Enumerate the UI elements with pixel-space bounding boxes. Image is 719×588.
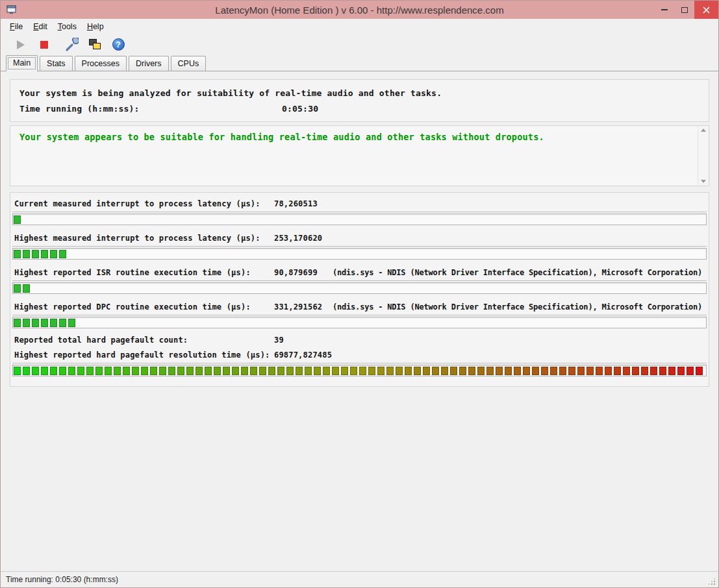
bar-segment [568, 367, 575, 375]
bar-segment [468, 367, 475, 375]
bar-segment [641, 367, 648, 375]
bar-segment [14, 215, 21, 224]
bar-segment [323, 367, 330, 375]
bar-segment [523, 367, 530, 375]
bar-segment [41, 367, 48, 375]
metric-label: Highest reported ISR routine execution t… [14, 268, 274, 277]
bar-segment [168, 367, 175, 375]
bar-segment [368, 367, 375, 375]
window-controls [654, 1, 718, 19]
bar-segment [632, 367, 639, 375]
metric-label: Highest measured interrupt to process la… [14, 234, 274, 243]
pagefault-gradient-bar [12, 365, 707, 376]
bar-segment [386, 367, 394, 375]
tab-stats[interactable]: Stats [40, 56, 73, 71]
bar-segment [277, 367, 284, 375]
tab-drivers[interactable]: Drivers [129, 56, 169, 71]
start-monitor-button[interactable] [9, 36, 32, 54]
metric-label-row: Highest reported ISR routine execution t… [12, 264, 707, 281]
bar-segment [14, 284, 21, 293]
tab-processes[interactable]: Processes [75, 56, 127, 71]
metric-label-row: Reported total hard pagefault count:39 [12, 333, 707, 347]
close-button[interactable] [694, 1, 718, 19]
bar-segment [486, 367, 494, 375]
bar-segment [532, 367, 539, 375]
metric-label-row: Highest measured interrupt to process la… [12, 230, 707, 247]
menu-tools[interactable]: Tools [53, 20, 82, 33]
latency-level-bar [12, 317, 707, 328]
metric-label-row: Current measured interrupt to process la… [12, 195, 707, 212]
analysis-panel: Your system is being analyzed for suitab… [10, 79, 709, 122]
bar-segment [105, 367, 112, 375]
bar-segment [59, 319, 66, 327]
bar-segment [32, 367, 39, 375]
report-panel: Your system appears to be suitable for h… [10, 125, 709, 186]
bar-segment [405, 367, 412, 375]
tab-bar: Main Stats Processes Drivers CPUs [1, 55, 718, 71]
help-button[interactable]: ? [107, 36, 130, 54]
bar-segment [23, 284, 30, 293]
bar-segment [50, 319, 57, 327]
maximize-icon [681, 7, 688, 13]
resize-grip[interactable] [714, 583, 715, 585]
report-scrollbar[interactable] [698, 126, 709, 186]
metric-value: 69877,827485 [274, 350, 333, 360]
bar-segment [23, 250, 30, 258]
metrics-panel: Current measured interrupt to process la… [10, 192, 709, 387]
titlebar[interactable]: LatencyMon (Home Edition ) v 6.00 - http… [1, 1, 718, 19]
metric-row: Highest reported hard pagefault resoluti… [12, 347, 707, 376]
wrench-icon [64, 38, 79, 52]
menu-file[interactable]: File [5, 20, 28, 33]
bar-segment [696, 367, 703, 375]
minimize-button[interactable] [654, 1, 674, 19]
bar-segment [123, 367, 130, 375]
bar-segment [614, 367, 621, 375]
bar-segment [459, 367, 466, 375]
bar-segment [150, 367, 157, 375]
maximize-button[interactable] [674, 1, 694, 19]
scroll-up-icon[interactable] [701, 129, 706, 132]
tab-cpus[interactable]: CPUs [171, 56, 207, 71]
metric-row: Highest reported DPC routine execution t… [12, 299, 707, 328]
bar-segment [668, 367, 675, 375]
bar-segment [232, 367, 239, 375]
tools-options-button[interactable] [60, 36, 83, 54]
menu-help[interactable]: Help [82, 20, 109, 33]
bar-segment [41, 319, 48, 327]
bar-segment [350, 367, 357, 375]
tab-main[interactable]: Main [6, 55, 38, 71]
bar-segment [177, 367, 184, 375]
bar-segment [505, 367, 512, 375]
scroll-down-icon[interactable] [701, 180, 706, 183]
bar-segment [68, 319, 75, 327]
stop-icon [40, 41, 48, 49]
bar-segment [77, 367, 84, 375]
bar-segment [59, 367, 66, 375]
bar-segment [32, 319, 39, 327]
metric-label-row: Highest reported DPC routine execution t… [12, 299, 707, 315]
time-running-value: 0:05:30 [282, 103, 318, 116]
metric-label: Current measured interrupt to process la… [14, 199, 274, 208]
processes-window-button[interactable] [83, 36, 107, 54]
bar-segment [441, 367, 448, 375]
app-window: LatencyMon (Home Edition ) v 6.00 - http… [0, 0, 719, 588]
status-text: Time running: 0:05:30 (h:mm:ss) [6, 575, 118, 584]
bar-segment [205, 367, 212, 375]
metric-driver-info: (ndis.sys - NDIS (Network Driver Interfa… [333, 268, 705, 277]
window-title: LatencyMon (Home Edition ) v 6.00 - http… [1, 1, 718, 19]
windows-icon [88, 39, 101, 51]
stop-monitor-button[interactable] [32, 36, 56, 54]
app-icon [6, 5, 17, 15]
metric-row: Current measured interrupt to process la… [12, 195, 707, 225]
menu-edit[interactable]: Edit [28, 20, 53, 33]
bar-segment [450, 367, 457, 375]
bar-segment [623, 367, 630, 375]
bar-segment [250, 367, 257, 375]
bar-segment [286, 367, 294, 375]
metric-row: Reported total hard pagefault count:39 [12, 333, 707, 347]
bar-segment [114, 367, 121, 375]
bar-segment [50, 367, 57, 375]
metric-row: Highest measured interrupt to process la… [12, 230, 707, 260]
metric-label: Highest reported DPC routine execution t… [14, 302, 274, 312]
bar-segment [423, 367, 430, 375]
